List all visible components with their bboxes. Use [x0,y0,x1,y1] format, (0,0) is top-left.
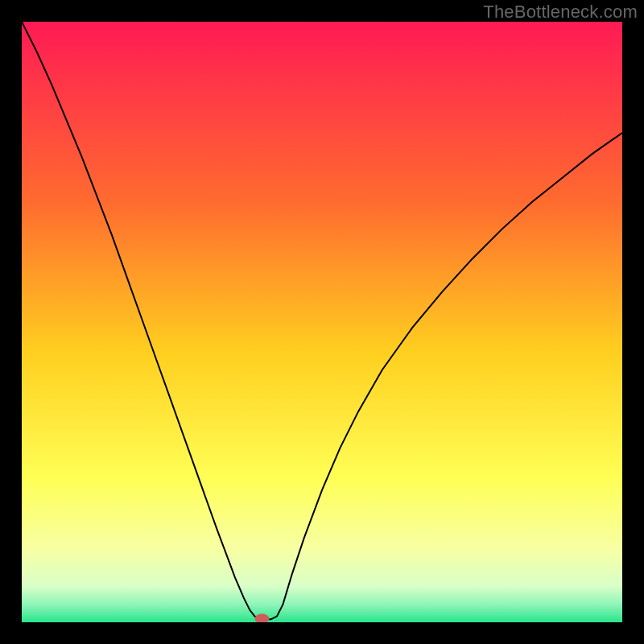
plot-area [22,22,622,622]
bottleneck-chart [22,22,622,622]
chart-frame: TheBottleneck.com [0,0,644,644]
gradient-background [22,22,622,622]
watermark-text: TheBottleneck.com [483,2,638,23]
